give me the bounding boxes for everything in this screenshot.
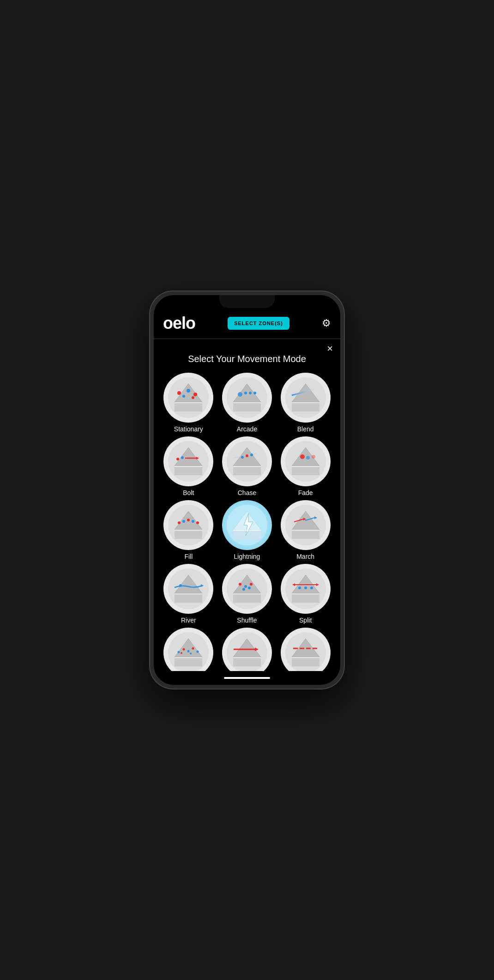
svg-rect-86 <box>233 593 261 603</box>
mode-item-sprinkle[interactable]: Sprinkle <box>161 628 216 671</box>
svg-point-47 <box>300 454 305 459</box>
svg-point-90 <box>242 588 245 591</box>
svg-point-59 <box>196 521 199 524</box>
svg-point-101 <box>298 587 301 589</box>
mode-circle-fade <box>281 436 331 486</box>
svg-rect-54 <box>175 530 202 539</box>
modal-content[interactable]: × Select Your Movement Mode <box>154 339 340 671</box>
mode-item-fade[interactable]: Fade <box>278 436 333 496</box>
mode-label-lightning: Lightning <box>234 553 260 560</box>
svg-point-113 <box>197 651 199 653</box>
mode-label-chase: Chase <box>238 489 256 496</box>
svg-point-30 <box>181 456 184 459</box>
svg-point-114 <box>181 652 182 654</box>
svg-point-88 <box>244 585 247 588</box>
phone-screen: oelo SELECT ZONE(S) ⚙ × Select Your Move… <box>154 295 340 685</box>
volume-down-button <box>150 376 151 394</box>
mode-label-river: River <box>181 617 196 624</box>
svg-point-17 <box>253 392 256 394</box>
mode-label-fade: Fade <box>298 489 313 496</box>
home-indicator <box>224 677 270 679</box>
bottom-bar <box>154 671 340 685</box>
mode-item-lightning[interactable]: Lightning <box>220 500 275 560</box>
svg-point-109 <box>178 651 180 653</box>
mode-item-stationary[interactable]: Stationary <box>161 373 216 433</box>
mode-circle-sprinkle <box>163 628 213 671</box>
svg-point-49 <box>312 455 315 459</box>
svg-point-58 <box>192 520 194 523</box>
svg-point-115 <box>190 653 192 654</box>
phone-notch <box>219 295 275 308</box>
svg-rect-127 <box>292 657 319 666</box>
mode-circle-bolt <box>163 436 213 486</box>
mode-circle-stationary <box>163 373 213 423</box>
mode-item-takeover[interactable]: Takeover <box>278 628 333 671</box>
volume-up-button <box>150 351 151 369</box>
mode-circle-chase <box>222 436 272 486</box>
svg-point-102 <box>304 587 307 589</box>
svg-rect-22 <box>292 402 319 411</box>
svg-point-41 <box>250 454 253 456</box>
svg-rect-108 <box>175 657 202 666</box>
svg-point-56 <box>182 520 185 523</box>
svg-rect-120 <box>233 657 261 666</box>
power-button <box>343 360 344 387</box>
mode-circle-arcade <box>222 373 272 423</box>
svg-point-39 <box>241 456 244 459</box>
mode-item-split[interactable]: Split <box>278 564 333 624</box>
mode-circle-split <box>281 564 331 614</box>
svg-point-57 <box>187 519 190 521</box>
select-zone-button[interactable]: SELECT ZONE(S) <box>228 317 289 330</box>
mode-circle-lightning <box>222 500 272 550</box>
mode-circle-river <box>163 564 213 614</box>
mode-label-march: March <box>296 553 314 560</box>
svg-rect-37 <box>233 466 261 475</box>
svg-rect-79 <box>175 593 202 603</box>
svg-point-5 <box>187 389 190 393</box>
phone-frame: oelo SELECT ZONE(S) ⚙ × Select Your Move… <box>150 291 344 689</box>
mode-item-bolt[interactable]: Bolt <box>161 436 216 496</box>
mode-label-blend: Blend <box>297 425 314 433</box>
svg-point-4 <box>177 391 181 395</box>
svg-point-55 <box>178 521 181 524</box>
svg-point-110 <box>183 648 185 651</box>
svg-point-91 <box>248 587 251 589</box>
settings-icon[interactable]: ⚙ <box>322 317 331 329</box>
mode-item-river[interactable]: River <box>161 564 216 624</box>
svg-point-103 <box>310 587 313 589</box>
svg-point-40 <box>246 454 248 457</box>
mode-label-arcade: Arcade <box>237 425 257 433</box>
mode-circle-fill <box>163 500 213 550</box>
mode-item-arcade[interactable]: Arcade <box>220 373 275 433</box>
mode-circle-shuffle <box>222 564 272 614</box>
mode-circle-streak <box>222 628 272 671</box>
modes-grid: Stationary <box>161 373 333 671</box>
svg-rect-70 <box>292 530 319 539</box>
mode-item-fill[interactable]: Fill <box>161 500 216 560</box>
mode-item-march[interactable]: March <box>278 500 333 560</box>
svg-point-111 <box>187 650 190 653</box>
svg-rect-13 <box>233 402 261 411</box>
mode-item-streak[interactable]: Streak <box>220 628 275 671</box>
svg-point-48 <box>306 456 310 460</box>
mode-circle-march <box>281 500 331 550</box>
mode-circle-takeover <box>281 628 331 671</box>
svg-point-8 <box>192 396 194 399</box>
mode-item-chase[interactable]: Chase <box>220 436 275 496</box>
mode-item-shuffle[interactable]: Shuffle <box>220 564 275 624</box>
mode-label-fill: Fill <box>184 553 193 560</box>
close-button[interactable]: × <box>327 344 333 354</box>
mode-item-blend[interactable]: Blend <box>278 373 333 433</box>
mode-label-shuffle: Shuffle <box>237 617 257 624</box>
svg-rect-28 <box>175 466 202 475</box>
mode-circle-blend <box>281 373 331 423</box>
svg-point-6 <box>193 393 197 396</box>
svg-point-29 <box>176 458 179 460</box>
app-logo: oelo <box>163 314 195 333</box>
modal-header: × <box>161 339 333 354</box>
svg-rect-96 <box>292 593 319 603</box>
mode-label-split: Split <box>299 617 312 624</box>
svg-point-112 <box>192 647 194 650</box>
svg-point-16 <box>249 392 252 394</box>
svg-point-14 <box>238 392 242 397</box>
